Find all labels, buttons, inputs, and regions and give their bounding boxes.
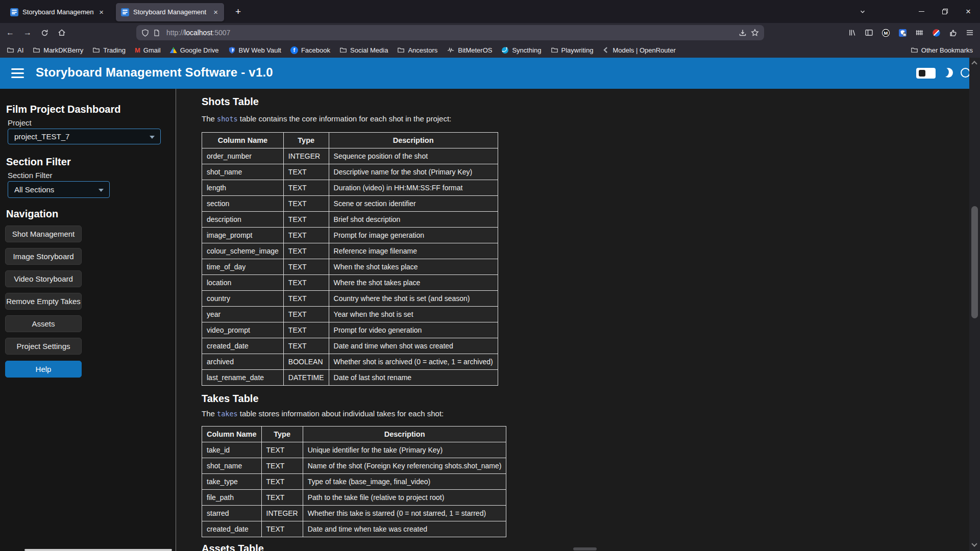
url-input[interactable]: http://localhost:5007 xyxy=(166,29,734,37)
assets-table-heading: Assets Table xyxy=(202,543,264,551)
nav-button-remove-empty-takes[interactable]: Remove Empty Takes xyxy=(5,293,82,310)
table-cell: Path to the take file (relative to proje… xyxy=(303,490,506,506)
restore-button[interactable] xyxy=(933,0,957,23)
table-cell: When the shot takes place xyxy=(329,259,498,275)
table-cell: TEXT xyxy=(283,196,329,212)
table-row: time_of_dayTEXTWhen the shot takes place xyxy=(202,259,498,275)
theme-toggle-switch[interactable] xyxy=(916,68,936,79)
nav-button-project-settings[interactable]: Project Settings xyxy=(5,338,82,355)
project-label: Project xyxy=(8,118,32,127)
main-horizontal-scrollbar-thumb[interactable] xyxy=(573,547,597,550)
column-header: Description xyxy=(303,427,506,442)
new-tab-button[interactable]: + xyxy=(231,5,245,18)
vertical-scrollbar[interactable] xyxy=(969,58,980,551)
reload-button[interactable] xyxy=(41,29,48,37)
table-cell: Date and time when shot was created xyxy=(329,338,498,354)
chevron-down-icon xyxy=(99,189,104,192)
other-bookmarks-button[interactable]: Other Bookmarks xyxy=(911,46,973,54)
table-row: descriptionTEXTBrief shot description xyxy=(202,212,498,228)
forward-button[interactable]: → xyxy=(23,28,32,37)
navigation-heading: Navigation xyxy=(6,208,58,220)
bookmark-playwriting[interactable]: Playwriting xyxy=(551,46,594,54)
shots-table-heading: Shots Table xyxy=(202,96,259,108)
bookmark-facebook[interactable]: f Facebook xyxy=(290,46,330,54)
table-cell: TEXT xyxy=(283,275,329,291)
table-row: sectionTEXTScene or section identifier xyxy=(202,196,498,212)
bookmark-social-media[interactable]: Social Media xyxy=(339,46,388,54)
table-cell: country xyxy=(202,291,284,307)
section-filter-heading: Section Filter xyxy=(6,156,71,168)
bookmark-bitmeteros[interactable]: BitMeterOS xyxy=(447,46,492,54)
home-button[interactable] xyxy=(58,29,66,37)
svg-text:M: M xyxy=(884,30,888,35)
extension-m-icon[interactable]: M xyxy=(881,29,890,37)
close-button[interactable]: × xyxy=(957,0,980,23)
table-cell: order_number xyxy=(202,148,284,164)
browser-tab-2-active[interactable]: Storyboard Management Softw × xyxy=(116,3,224,21)
tab-close-icon[interactable]: × xyxy=(212,8,219,16)
app-menu-hamburger-icon[interactable] xyxy=(966,29,974,37)
table-cell: TEXT xyxy=(283,259,329,275)
page-info-icon[interactable] xyxy=(153,29,160,37)
bookmark-google-drive[interactable]: Google Drive xyxy=(170,46,219,54)
nav-button-image-storyboard[interactable]: Image Storyboard xyxy=(5,248,82,265)
nav-button-assets[interactable]: Assets xyxy=(5,315,82,332)
scroll-down-arrow-icon[interactable] xyxy=(971,541,977,546)
list-all-tabs-button[interactable] xyxy=(853,0,872,23)
nav-button-help[interactable]: Help xyxy=(5,361,82,378)
thumbs-up-extension-icon[interactable] xyxy=(949,29,958,37)
table-cell: TEXT xyxy=(261,442,303,458)
takes-table-intro: The takes table stores information about… xyxy=(202,409,444,418)
bookmark-gmail[interactable]: M Gmail xyxy=(135,46,161,54)
bookmark-ai[interactable]: AI xyxy=(7,46,23,54)
bookmark-trading[interactable]: Trading xyxy=(92,46,126,54)
blocked-extension-icon[interactable] xyxy=(932,29,941,37)
save-to-device-icon[interactable] xyxy=(739,29,747,37)
shots-table-intro: The shots table contains the core inform… xyxy=(202,114,451,123)
bookmark-markdkberry[interactable]: MarkDKBerry xyxy=(33,46,83,54)
table-row: order_numberINTEGERSequence position of … xyxy=(202,148,498,164)
sidebar-horizontal-scrollbar-thumb[interactable] xyxy=(24,549,172,551)
sidebar-panel-icon[interactable] xyxy=(865,29,873,37)
section-filter-select[interactable]: All Sections xyxy=(8,181,110,198)
bookmark-ancestors[interactable]: Ancestors xyxy=(397,46,437,54)
table-cell: Whether shot is archived (0 = active, 1 … xyxy=(329,354,498,370)
bookmark-syncthing[interactable]: Syncthing xyxy=(501,46,541,54)
scroll-up-arrow-icon[interactable] xyxy=(971,61,977,66)
table-cell: INTEGER xyxy=(283,148,329,164)
project-select[interactable]: project_TEST_7 xyxy=(8,129,161,144)
dark-mode-moon-icon[interactable] xyxy=(942,67,953,79)
tab-bar: Storyboard Management Softw × Storyboard… xyxy=(0,0,980,23)
nav-button-video-storyboard[interactable]: Video Storyboard xyxy=(5,270,82,287)
fence-extension-icon[interactable] xyxy=(915,29,924,37)
back-button[interactable]: ← xyxy=(6,28,14,37)
tracking-protection-shield-icon[interactable] xyxy=(141,29,149,37)
table-cell: TEXT xyxy=(283,243,329,259)
table-row: yearTEXTYear when the shot is set xyxy=(202,307,498,322)
bookmark-bw-web-vault[interactable]: BW Web Vault xyxy=(228,46,281,54)
table-cell: Date of last shot rename xyxy=(329,370,498,386)
tab-close-icon[interactable]: × xyxy=(98,8,105,16)
table-cell: year xyxy=(202,307,284,322)
table-cell: TEXT xyxy=(283,307,329,322)
nav-button-shot-management[interactable]: Shot Management xyxy=(5,226,82,242)
library-icon[interactable] xyxy=(848,29,856,37)
vertical-scrollbar-thumb[interactable] xyxy=(971,206,978,318)
bookmark-models-openrouter[interactable]: Models | OpenRouter xyxy=(602,46,675,54)
minimize-button[interactable] xyxy=(910,0,933,23)
table-cell: DATETIME xyxy=(283,370,329,386)
minimize-icon xyxy=(919,11,924,12)
takes-table: Column Name Type Description take_idTEXT… xyxy=(202,426,506,537)
table-cell: TEXT xyxy=(283,164,329,180)
url-bar[interactable]: http://localhost:5007 xyxy=(136,25,764,40)
table-cell: TEXT xyxy=(261,474,303,490)
table-cell: location xyxy=(202,275,284,291)
browser-tab-1[interactable]: Storyboard Management Softw × xyxy=(5,3,110,21)
window-controls: × xyxy=(910,0,980,23)
table-row: take_typeTEXTType of take (base_image, f… xyxy=(202,474,506,490)
menu-hamburger-icon[interactable] xyxy=(11,68,24,78)
table-cell: shot_name xyxy=(202,458,262,474)
bookmark-star-icon[interactable] xyxy=(751,29,759,37)
password-manager-icon[interactable] xyxy=(898,29,907,37)
section-filter-label: Section Filter xyxy=(8,171,53,180)
